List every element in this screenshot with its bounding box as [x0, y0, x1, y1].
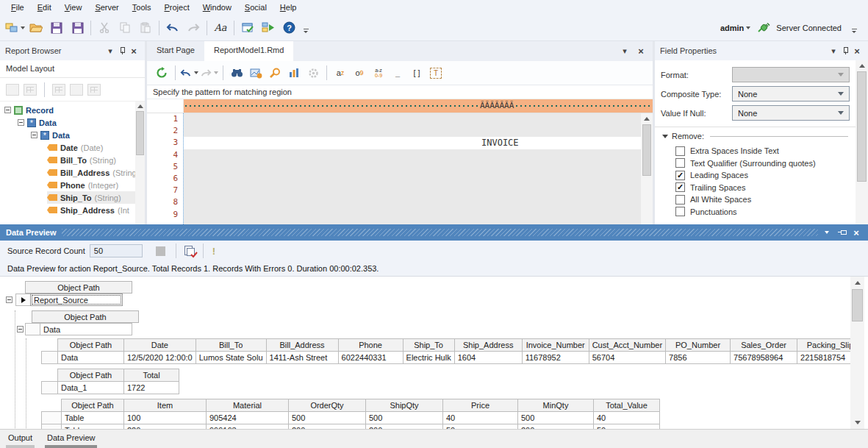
data-preview-menu-button[interactable]	[821, 227, 833, 238]
copy-button[interactable]	[115, 18, 134, 38]
menu-social[interactable]: Social	[238, 1, 273, 14]
settings-button[interactable]	[304, 64, 322, 82]
report-browser-menu-button[interactable]: ▾	[104, 45, 116, 57]
cut-button[interactable]	[95, 18, 114, 38]
export-csv-button[interactable]	[70, 84, 83, 96]
option-all-white-spaces[interactable]: All White Spaces	[675, 193, 856, 206]
row-selector[interactable]	[42, 412, 62, 424]
tree-node-data-2[interactable]: * Data	[31, 129, 145, 141]
field-properties-scrollbar[interactable]	[856, 60, 868, 224]
menu-help[interactable]: Help	[273, 1, 304, 14]
match-alphanumeric-button[interactable]: a-z0-9	[370, 64, 387, 82]
redo-button[interactable]	[184, 18, 203, 38]
field-properties-close-button[interactable]: ×	[851, 45, 863, 57]
row-selector[interactable]	[42, 424, 62, 430]
match-text-pattern-button[interactable]: T	[427, 64, 445, 82]
checkbox[interactable]	[675, 171, 685, 180]
match-alpha-button[interactable]: az	[331, 64, 349, 82]
scrollbar-thumb[interactable]	[857, 71, 867, 182]
scrollbar-thumb[interactable]	[852, 289, 863, 321]
help-button[interactable]: ?	[279, 18, 298, 38]
tab-data-preview[interactable]: Data Preview	[45, 432, 97, 448]
field-properties-pin-button[interactable]	[839, 45, 851, 57]
undo-button[interactable]	[163, 18, 182, 38]
option-trailing-spaces[interactable]: Trailing Spaces	[675, 182, 856, 194]
save-button[interactable]	[47, 18, 66, 38]
open-button[interactable]	[26, 18, 46, 38]
match-numeric-button[interactable]: o9	[351, 64, 368, 82]
table-row[interactable]: Table 100 905424 500 500 40 500 40	[42, 412, 660, 424]
tree-field-date[interactable]: Date (Date)	[47, 141, 145, 154]
data-preview-pin-button[interactable]	[836, 227, 847, 238]
match-brackets-button[interactable]: [ ]	[408, 64, 426, 82]
remove-section-header[interactable]: Remove:	[662, 132, 848, 141]
statistics-button[interactable]	[285, 64, 303, 82]
collapse-icon[interactable]	[4, 107, 11, 113]
scroll-up-icon[interactable]	[850, 277, 864, 289]
right-toolbar-overflow-button[interactable]	[850, 23, 858, 33]
scrollbar-thumb[interactable]	[642, 124, 651, 176]
export-table-button[interactable]	[87, 84, 101, 96]
tree-field-bill-address[interactable]: Bill_Address (String	[47, 166, 145, 179]
save-all-button[interactable]	[68, 18, 87, 38]
composite-type-select[interactable]: None	[732, 86, 850, 102]
table-row[interactable]: Table 220 999163 200 200 50 200 50	[42, 424, 660, 430]
data-preview-scrollbar[interactable]	[850, 277, 864, 429]
report-source-cell[interactable]: Report_Source	[30, 294, 123, 306]
menu-edit[interactable]: Edit	[31, 1, 58, 14]
add-fields-button[interactable]	[24, 84, 37, 96]
verify-window-button[interactable]	[238, 18, 257, 38]
admin-account-dropdown[interactable]: admin	[720, 18, 750, 38]
child-row[interactable]: Data	[15, 323, 868, 335]
collapse-icon[interactable]	[18, 119, 24, 126]
checkbox[interactable]	[675, 207, 685, 216]
menu-tools[interactable]: Tools	[126, 1, 158, 14]
export-excel-button[interactable]	[52, 84, 65, 96]
tree-field-phone[interactable]: Phone (Integer)	[47, 179, 145, 191]
report-text[interactable]: INVOICE Bill To: Lumos State Solutions B…	[184, 113, 641, 224]
scroll-up-icon[interactable]	[642, 113, 653, 124]
tree-field-bill-to[interactable]: Bill_To (String)	[47, 154, 145, 166]
checkbox[interactable]	[675, 195, 685, 205]
data-preview-titlebar[interactable]: Data Preview ×	[0, 224, 868, 241]
tree-scrollbar[interactable]	[135, 102, 145, 224]
menu-window[interactable]: Window	[196, 1, 238, 14]
find-button[interactable]	[228, 64, 245, 82]
value-if-null-select[interactable]: None	[732, 105, 850, 121]
font-button[interactable]: Aa	[211, 18, 230, 38]
new-report-model-button[interactable]	[5, 18, 25, 38]
tab-output[interactable]: Output	[6, 432, 35, 448]
start-job-button[interactable]	[259, 18, 278, 38]
tree-node-data[interactable]: * Data	[18, 116, 145, 129]
scroll-up-icon[interactable]	[856, 60, 868, 71]
row-selector[interactable]	[42, 352, 58, 364]
scrollbar-thumb[interactable]	[136, 111, 144, 155]
editor-scrollbar[interactable]	[641, 113, 653, 224]
report-browser-pin-button[interactable]	[116, 45, 128, 57]
menu-view[interactable]: View	[58, 1, 89, 14]
collapse-icon[interactable]	[31, 132, 37, 138]
data-cell[interactable]: Data	[40, 323, 132, 335]
collapse-icon[interactable]	[6, 296, 12, 303]
collapse-icon[interactable]	[17, 326, 24, 333]
option-text-qualifier[interactable]: Text Qualifier (Surrounding quotes)	[675, 157, 856, 170]
source-record-count-input[interactable]	[90, 244, 143, 257]
table-row[interactable]: Data 12/5/2020 12:00:0 Lumos State Solu …	[42, 352, 864, 364]
warnings-button[interactable]: !	[212, 246, 215, 257]
pattern-analyze-button[interactable]	[266, 64, 284, 82]
option-leading-spaces[interactable]: Leading Spaces	[675, 169, 856, 182]
option-extra-spaces[interactable]: Extra Spaces Inside Text	[675, 145, 856, 157]
editor-redo-button[interactable]	[200, 64, 218, 82]
table-row[interactable]: Data_1 1722	[42, 382, 179, 394]
add-record-button[interactable]	[6, 84, 19, 96]
option-punctuations[interactable]: Punctuations	[675, 206, 856, 218]
match-blank-button[interactable]: _	[389, 64, 406, 82]
field-properties-menu-button[interactable]: ▾	[828, 45, 839, 57]
tab-reportmodel1[interactable]: ReportModel1.Rmd	[204, 41, 293, 61]
report-browser-close-button[interactable]: ×	[128, 45, 140, 57]
row-selector[interactable]	[42, 382, 58, 394]
document-list-button[interactable]: ▾	[619, 46, 631, 57]
refresh-preview-button[interactable]: ?	[184, 245, 196, 257]
menu-project[interactable]: Project	[157, 1, 196, 14]
refresh-button[interactable]	[153, 64, 171, 82]
